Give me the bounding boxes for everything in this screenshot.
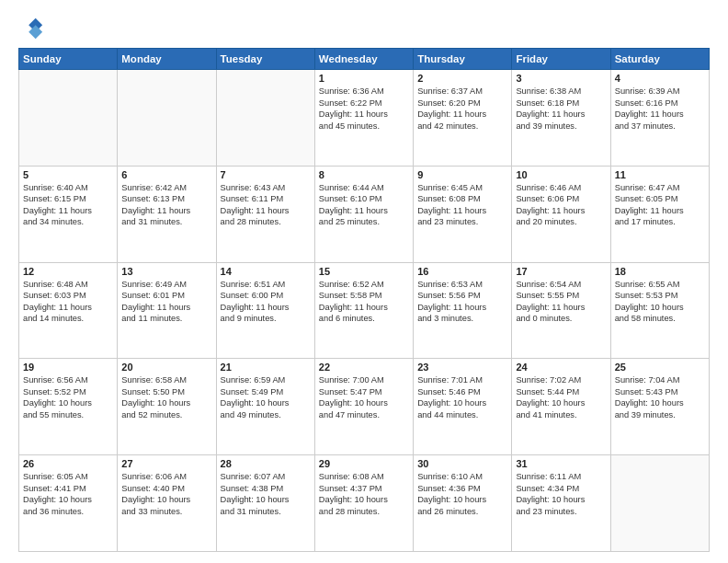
day-number: 11 (615, 169, 705, 180)
calendar-cell: 28Sunrise: 6:07 AM Sunset: 4:38 PM Dayli… (216, 455, 314, 552)
day-number: 16 (417, 266, 507, 277)
day-of-week-header: Sunday (19, 49, 118, 70)
header (18, 15, 710, 40)
day-number: 22 (319, 362, 409, 373)
calendar-week-row: 26Sunrise: 6:05 AM Sunset: 4:41 PM Dayli… (19, 455, 710, 552)
calendar-cell: 7Sunrise: 6:43 AM Sunset: 6:11 PM Daylig… (216, 166, 314, 262)
cell-info: Sunrise: 6:54 AM Sunset: 5:55 PM Dayligh… (516, 279, 606, 325)
calendar-cell: 30Sunrise: 6:10 AM Sunset: 4:36 PM Dayli… (414, 455, 512, 552)
calendar-cell (216, 70, 314, 167)
svg-marker-1 (28, 25, 42, 39)
calendar-cell: 13Sunrise: 6:49 AM Sunset: 6:01 PM Dayli… (118, 262, 216, 359)
cell-info: Sunrise: 7:00 AM Sunset: 5:47 PM Dayligh… (319, 374, 409, 420)
cell-info: Sunrise: 6:58 AM Sunset: 5:50 PM Dayligh… (121, 374, 211, 420)
calendar-cell: 17Sunrise: 6:54 AM Sunset: 5:55 PM Dayli… (512, 262, 610, 359)
calendar-cell: 22Sunrise: 7:00 AM Sunset: 5:47 PM Dayli… (314, 359, 413, 455)
calendar-cell: 27Sunrise: 6:06 AM Sunset: 4:40 PM Dayli… (118, 455, 216, 552)
day-number: 10 (516, 169, 606, 180)
day-number: 4 (615, 73, 705, 84)
day-number: 3 (516, 73, 606, 84)
calendar-week-row: 19Sunrise: 6:56 AM Sunset: 5:52 PM Dayli… (19, 359, 710, 455)
calendar-cell: 29Sunrise: 6:08 AM Sunset: 4:37 PM Dayli… (314, 455, 413, 552)
cell-info: Sunrise: 6:45 AM Sunset: 6:08 PM Dayligh… (417, 182, 507, 228)
cell-info: Sunrise: 6:59 AM Sunset: 5:49 PM Dayligh… (221, 374, 311, 420)
calendar-cell: 2Sunrise: 6:37 AM Sunset: 6:20 PM Daylig… (414, 70, 512, 167)
calendar-cell: 31Sunrise: 6:11 AM Sunset: 4:34 PM Dayli… (512, 455, 610, 552)
calendar-cell: 11Sunrise: 6:47 AM Sunset: 6:05 PM Dayli… (610, 166, 709, 262)
calendar-cell: 23Sunrise: 7:01 AM Sunset: 5:46 PM Dayli… (414, 359, 512, 455)
cell-info: Sunrise: 7:02 AM Sunset: 5:44 PM Dayligh… (516, 374, 606, 420)
calendar-header-row: SundayMondayTuesdayWednesdayThursdayFrid… (19, 49, 710, 70)
cell-info: Sunrise: 6:38 AM Sunset: 6:18 PM Dayligh… (516, 86, 606, 132)
cell-info: Sunrise: 6:56 AM Sunset: 5:52 PM Dayligh… (23, 374, 113, 420)
cell-info: Sunrise: 6:10 AM Sunset: 4:36 PM Dayligh… (417, 471, 507, 517)
day-number: 12 (23, 266, 113, 277)
cell-info: Sunrise: 6:39 AM Sunset: 6:16 PM Dayligh… (615, 86, 705, 132)
calendar-cell: 26Sunrise: 6:05 AM Sunset: 4:41 PM Dayli… (19, 455, 118, 552)
day-number: 2 (417, 73, 507, 84)
day-number: 30 (417, 458, 507, 469)
calendar-cell: 5Sunrise: 6:40 AM Sunset: 6:15 PM Daylig… (19, 166, 118, 262)
calendar-cell: 25Sunrise: 7:04 AM Sunset: 5:43 PM Dayli… (610, 359, 709, 455)
calendar-cell: 8Sunrise: 6:44 AM Sunset: 6:10 PM Daylig… (314, 166, 413, 262)
cell-info: Sunrise: 6:43 AM Sunset: 6:11 PM Dayligh… (221, 182, 311, 228)
day-of-week-header: Saturday (610, 49, 709, 70)
calendar-week-row: 1Sunrise: 6:36 AM Sunset: 6:22 PM Daylig… (19, 70, 710, 167)
calendar-cell: 14Sunrise: 6:51 AM Sunset: 6:00 PM Dayli… (216, 262, 314, 359)
calendar: SundayMondayTuesdayWednesdayThursdayFrid… (18, 48, 710, 552)
day-number: 29 (319, 458, 409, 469)
cell-info: Sunrise: 6:37 AM Sunset: 6:20 PM Dayligh… (417, 86, 507, 132)
day-number: 8 (319, 169, 409, 180)
calendar-cell: 10Sunrise: 6:46 AM Sunset: 6:06 PM Dayli… (512, 166, 610, 262)
day-number: 19 (23, 362, 113, 373)
day-number: 25 (615, 362, 705, 373)
day-number: 13 (121, 266, 211, 277)
day-number: 23 (417, 362, 507, 373)
day-number: 24 (516, 362, 606, 373)
cell-info: Sunrise: 6:52 AM Sunset: 5:58 PM Dayligh… (319, 279, 409, 325)
cell-info: Sunrise: 6:53 AM Sunset: 5:56 PM Dayligh… (417, 279, 507, 325)
day-number: 7 (221, 169, 311, 180)
cell-info: Sunrise: 6:07 AM Sunset: 4:38 PM Dayligh… (221, 471, 311, 517)
day-number: 15 (319, 266, 409, 277)
cell-info: Sunrise: 6:48 AM Sunset: 6:03 PM Dayligh… (23, 279, 113, 325)
day-of-week-header: Monday (118, 49, 216, 70)
calendar-cell (19, 70, 118, 167)
cell-info: Sunrise: 6:42 AM Sunset: 6:13 PM Dayligh… (121, 182, 211, 228)
calendar-cell (610, 455, 709, 552)
calendar-week-row: 12Sunrise: 6:48 AM Sunset: 6:03 PM Dayli… (19, 262, 710, 359)
calendar-cell: 3Sunrise: 6:38 AM Sunset: 6:18 PM Daylig… (512, 70, 610, 167)
calendar-cell: 9Sunrise: 6:45 AM Sunset: 6:08 PM Daylig… (414, 166, 512, 262)
cell-info: Sunrise: 6:51 AM Sunset: 6:00 PM Dayligh… (221, 279, 311, 325)
calendar-cell: 18Sunrise: 6:55 AM Sunset: 5:53 PM Dayli… (610, 262, 709, 359)
calendar-cell: 12Sunrise: 6:48 AM Sunset: 6:03 PM Dayli… (19, 262, 118, 359)
cell-info: Sunrise: 6:47 AM Sunset: 6:05 PM Dayligh… (615, 182, 705, 228)
calendar-cell (118, 70, 216, 167)
day-number: 28 (221, 458, 311, 469)
day-number: 5 (23, 169, 113, 180)
day-number: 20 (121, 362, 211, 373)
calendar-cell: 24Sunrise: 7:02 AM Sunset: 5:44 PM Dayli… (512, 359, 610, 455)
cell-info: Sunrise: 6:06 AM Sunset: 4:40 PM Dayligh… (121, 471, 211, 517)
calendar-cell: 21Sunrise: 6:59 AM Sunset: 5:49 PM Dayli… (216, 359, 314, 455)
calendar-cell: 20Sunrise: 6:58 AM Sunset: 5:50 PM Dayli… (118, 359, 216, 455)
calendar-cell: 1Sunrise: 6:36 AM Sunset: 6:22 PM Daylig… (314, 70, 413, 167)
day-of-week-header: Thursday (414, 49, 512, 70)
cell-info: Sunrise: 6:11 AM Sunset: 4:34 PM Dayligh… (516, 471, 606, 517)
calendar-cell: 19Sunrise: 6:56 AM Sunset: 5:52 PM Dayli… (19, 359, 118, 455)
day-number: 6 (121, 169, 211, 180)
logo-icon (18, 15, 44, 40)
cell-info: Sunrise: 7:04 AM Sunset: 5:43 PM Dayligh… (615, 374, 705, 420)
day-of-week-header: Friday (512, 49, 610, 70)
day-number: 21 (221, 362, 311, 373)
cell-info: Sunrise: 6:36 AM Sunset: 6:22 PM Dayligh… (319, 86, 409, 132)
day-number: 9 (417, 169, 507, 180)
calendar-cell: 15Sunrise: 6:52 AM Sunset: 5:58 PM Dayli… (314, 262, 413, 359)
cell-info: Sunrise: 6:46 AM Sunset: 6:06 PM Dayligh… (516, 182, 606, 228)
cell-info: Sunrise: 6:44 AM Sunset: 6:10 PM Dayligh… (319, 182, 409, 228)
logo (18, 15, 48, 40)
calendar-cell: 6Sunrise: 6:42 AM Sunset: 6:13 PM Daylig… (118, 166, 216, 262)
day-number: 31 (516, 458, 606, 469)
day-number: 17 (516, 266, 606, 277)
cell-info: Sunrise: 6:55 AM Sunset: 5:53 PM Dayligh… (615, 279, 705, 325)
